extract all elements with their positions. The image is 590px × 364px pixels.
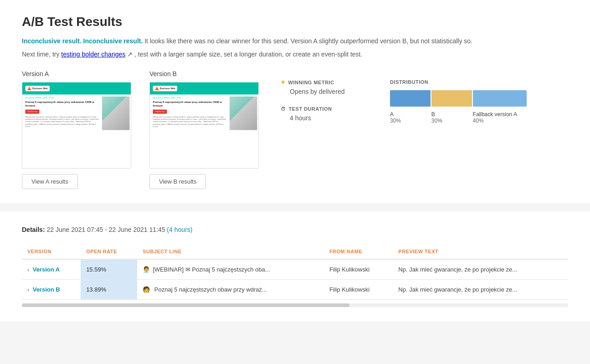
table-row: › Version B 13.89% 🧑 Poznaj 5 najczęstsz… xyxy=(22,280,568,300)
clock-icon: ⏱ xyxy=(281,106,286,112)
bottom-section: Details: 22 June 2021 07:45 - 22 June 20… xyxy=(0,211,590,322)
row-a-preview: Np. Jak mieć gwarancje, że po projekcie … xyxy=(393,259,568,280)
versions-emails: Version A Business Web 24 xyxy=(22,70,259,189)
col-version: VERSION xyxy=(22,244,81,259)
email-a-header: Business Web xyxy=(22,82,131,94)
email-b-header: Business Web xyxy=(150,82,259,94)
version-b-expand[interactable]: › Version B xyxy=(27,286,75,293)
row-b-from: Filip Kulikowski xyxy=(324,280,393,300)
email-a-text: Wielokrotnie rozmawiał z wieloma ludźmi … xyxy=(26,116,99,128)
distribution-labels: A 30% B 30% Fallback version A 40% xyxy=(390,111,527,124)
dist-bar-b xyxy=(431,90,472,107)
dist-label-a-name: A xyxy=(390,111,431,118)
dist-label-b: B 30% xyxy=(431,111,472,124)
version-a-label: Version A xyxy=(22,70,49,77)
winning-metric-label: WINNING METRIC xyxy=(288,80,334,85)
row-b-subject: 🧑 Poznaj 5 najczęstszych obaw przy wdraż… xyxy=(137,280,324,300)
dist-label-a: A 30% xyxy=(390,111,431,124)
table-header-row: VERSION OPEN RATE SUBJECT LINE FROM NAME… xyxy=(22,244,568,259)
email-b-date: 24 czerwca 2024r. | godz. 11:00 xyxy=(153,97,227,99)
subject-icon-b: 🧑 xyxy=(143,286,150,293)
email-a-image xyxy=(102,97,130,130)
next-time-prefix: Next time, try xyxy=(22,51,61,58)
col-subject-line: SUBJECT LINE xyxy=(137,244,324,259)
winning-metric-value: Opens by delivered xyxy=(281,88,372,95)
next-time-message: Next time, try testing bolder changes ↗ … xyxy=(22,50,568,59)
col-open-rate: OPEN RATE xyxy=(81,244,137,259)
page-title: A/B Test Results xyxy=(22,15,568,29)
horizontal-scrollbar[interactable] xyxy=(22,303,568,307)
col-from-name: FROM NAME xyxy=(324,244,393,259)
row-a-version: › Version A xyxy=(22,259,81,280)
logo-triangle-a xyxy=(27,87,31,90)
test-duration-value: 4 hours xyxy=(281,114,372,122)
next-time-suffix: , test with a larger sample size, set a … xyxy=(133,51,362,58)
email-b-heading: Poznaj 5 najczęstszych obaw przy wdrażan… xyxy=(153,100,227,108)
email-a-logo: Business Web xyxy=(26,86,50,91)
row-a-open-rate: 15.59% xyxy=(81,259,137,280)
dist-bar-a xyxy=(390,90,431,107)
testing-bolder-link[interactable]: testing bolder changes xyxy=(61,51,125,58)
version-b-block: Version B Business Web 24 xyxy=(149,70,259,189)
email-b-body: 24 czerwca 2024r. | godz. 11:00 Poznaj 5… xyxy=(150,94,230,130)
dist-label-b-name: B xyxy=(431,111,472,118)
table-container[interactable]: VERSION OPEN RATE SUBJECT LINE FROM NAME… xyxy=(22,244,568,307)
details-date: 22 June 2021 07:45 - 22 June 2021 11:45 xyxy=(46,226,165,233)
result-text: It looks like there was no clear winner … xyxy=(144,37,472,45)
test-duration-item: ⏱ TEST DURATION 4 hours xyxy=(281,106,372,122)
subject-icon-a: 🧑‍💼 xyxy=(143,266,150,273)
version-b-preview-inner: Business Web 24 czerwca 2024r. | godz. 1… xyxy=(150,82,259,169)
test-duration-title: ⏱ TEST DURATION xyxy=(281,106,372,112)
metrics-section: ★ WINNING METRIC Opens by delivered ⏱ TE… xyxy=(281,70,372,124)
dist-label-fallback-pct: 40% xyxy=(473,118,527,124)
col-preview-text: PREVIEW TEXT xyxy=(393,244,568,259)
details-line: Details: 22 June 2021 07:45 - 22 June 20… xyxy=(22,226,568,233)
email-a-body: 24 czerwca 2024r. | godz. 11:00 Poznaj 5… xyxy=(22,94,102,130)
row-a-from: Filip Kulikowski xyxy=(324,259,393,280)
version-a-name: Version A xyxy=(33,266,60,273)
version-a-preview-inner: Business Web 24 czerwca 2024r. | godz. 1… xyxy=(22,82,131,169)
email-b-text: Wielokrotnie rozmawiał z wieloma ludźmi … xyxy=(153,116,227,128)
version-b-label: Version B xyxy=(149,70,177,77)
distribution-title: DISTRIBUTION xyxy=(390,79,527,85)
row-b-open-rate: 13.89% xyxy=(81,280,137,300)
version-a-preview: Business Web 24 czerwca 2024r. | godz. 1… xyxy=(22,82,131,169)
email-a-date: 24 czerwca 2024r. | godz. 11:00 xyxy=(26,97,99,99)
email-b-button: Zapisz się xyxy=(153,109,167,113)
email-a-button: Zapisz się xyxy=(26,109,40,113)
dist-label-a-pct: 30% xyxy=(390,118,431,124)
details-hours: (4 hours) xyxy=(167,226,192,233)
top-section: A/B Test Results Inconclusive result. In… xyxy=(0,0,590,204)
row-a-subject: 🧑‍💼[WEBINAR] ✉ Poznaj 5 najczęstszych ob… xyxy=(137,259,324,280)
version-a-block: Version A Business Web 24 xyxy=(22,70,131,189)
email-b-logo: Business Web xyxy=(153,86,178,91)
chevron-right-icon-b: › xyxy=(27,287,29,292)
email-a-heading: Poznaj 5 najczęstszych obaw przy wdrażan… xyxy=(26,100,99,108)
results-table: VERSION OPEN RATE SUBJECT LINE FROM NAME… xyxy=(22,244,568,300)
view-a-results-button[interactable]: View A results xyxy=(22,174,78,189)
inconclusive-label-1: Inconclusive result. xyxy=(22,37,82,45)
logo-text-a: Business Web xyxy=(32,87,48,90)
scrollbar-thumb xyxy=(22,303,349,307)
right-panels: ★ WINNING METRIC Opens by delivered ⏱ TE… xyxy=(259,70,527,124)
dist-label-fallback-name: Fallback version A xyxy=(473,111,527,118)
row-b-preview: Np. Jak mieć gwarancje, że po projekcie … xyxy=(393,280,568,300)
version-a-expand[interactable]: › Version A xyxy=(27,266,75,273)
versions-main: Version A Business Web 24 xyxy=(22,70,568,189)
dist-label-fallback: Fallback version A 40% xyxy=(473,111,527,124)
result-message: Inconclusive result. Inconclusive result… xyxy=(22,36,568,46)
star-icon: ★ xyxy=(281,79,286,85)
winning-metric-item: ★ WINNING METRIC Opens by delivered xyxy=(281,79,372,95)
dist-bar-fallback xyxy=(473,90,527,107)
version-b-name: Version B xyxy=(33,286,60,293)
view-b-results-button[interactable]: View B results xyxy=(149,174,206,189)
distribution-section: DISTRIBUTION A 30% B 30% xyxy=(390,70,527,124)
email-b-image xyxy=(230,97,257,130)
details-label: Details: xyxy=(22,226,45,233)
table-row: › Version A 15.59% 🧑‍💼[WEBINAR] ✉ Poznaj… xyxy=(22,259,568,280)
version-b-preview: Business Web 24 czerwca 2024r. | godz. 1… xyxy=(149,82,259,169)
logo-text-b: Business Web xyxy=(160,87,175,90)
distribution-bar xyxy=(390,90,527,107)
logo-triangle-b xyxy=(155,87,159,90)
test-duration-label: TEST DURATION xyxy=(289,106,332,112)
